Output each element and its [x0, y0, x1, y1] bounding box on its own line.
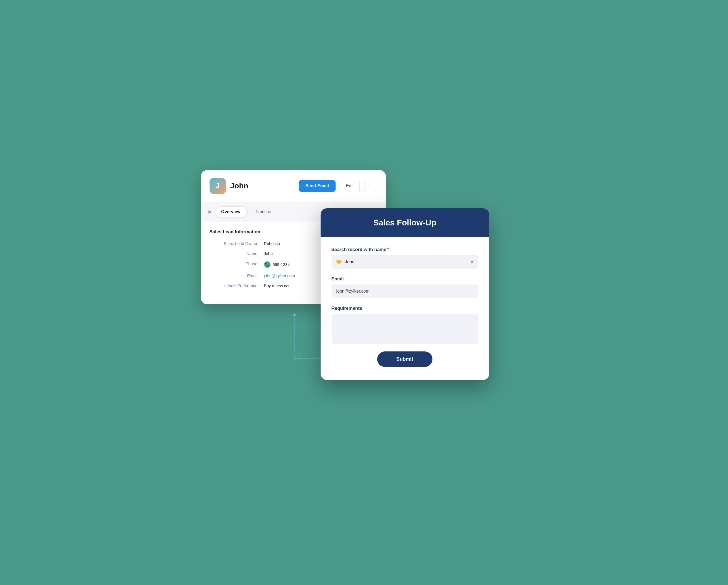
edit-button[interactable]: Edit [340, 180, 360, 192]
requirements-label: Requirements [332, 306, 478, 311]
more-button[interactable]: ··· [364, 180, 377, 192]
submit-button[interactable]: Submit [377, 351, 433, 367]
send-email-button[interactable]: Send Email [299, 180, 335, 192]
handshake-icon: 🤝 [336, 259, 342, 265]
field-label-0: Sales Lead Owner [210, 241, 264, 246]
email-input-wrapper[interactable]: john@zylker.com [332, 284, 478, 298]
field-label-3: Email [210, 273, 264, 278]
field-value-1: John [264, 251, 273, 256]
form-title: Sales Follow-Up [332, 218, 478, 227]
avatar: J [210, 178, 226, 194]
email-label: Email [332, 276, 478, 282]
tab-timeline[interactable]: Timeline [249, 207, 277, 217]
contact-name: John [230, 182, 295, 190]
crm-header: J John Send Email Edit ··· [201, 170, 386, 202]
requirements-group: Requirements [332, 306, 478, 344]
search-record-group: Search record with name* 🤝 John ✕ [332, 247, 478, 269]
tab-overview[interactable]: Overview [215, 206, 247, 217]
search-record-label: Search record with name* [332, 247, 478, 252]
search-input-wrapper[interactable]: 🤝 John ✕ [332, 255, 478, 269]
search-input[interactable]: John [345, 259, 467, 264]
field-label-1: Name [210, 251, 264, 256]
connector-arrow-v [292, 313, 297, 316]
sales-form-card: Sales Follow-Up Search record with name*… [320, 208, 489, 380]
email-group: Email john@zylker.com [332, 276, 478, 298]
field-label-2: Phone [210, 261, 264, 266]
required-star: * [387, 247, 389, 252]
clear-icon[interactable]: ✕ [470, 259, 474, 265]
requirements-textarea[interactable] [332, 314, 478, 344]
field-value-4: Buy a new car [264, 283, 290, 288]
form-header: Sales Follow-Up [320, 208, 489, 237]
field-label-4: Lead's Preference [210, 283, 264, 288]
phone-icon: 📞 [264, 261, 270, 268]
form-body: Search record with name* 🤝 John ✕ Email … [320, 237, 489, 380]
field-value-2: 📞 555-1234 [264, 261, 290, 268]
email-input[interactable]: john@zylker.com [336, 289, 370, 294]
tab-arrow-icon[interactable]: ▶ [208, 209, 212, 214]
field-value-0: Rebecca [264, 241, 280, 246]
field-value-3: john@zylker.com [264, 273, 295, 278]
connector-vertical [294, 314, 295, 358]
